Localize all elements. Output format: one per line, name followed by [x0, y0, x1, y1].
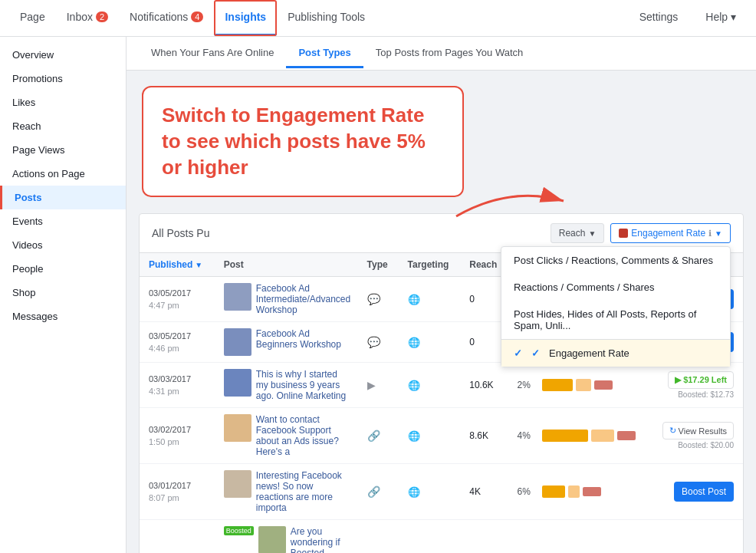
nav-help[interactable]: Help ▾ [695, 11, 747, 25]
cell-type: 🔗 [358, 408, 399, 464]
cell-engagement-bar: 4% [508, 408, 650, 464]
type-icon: 💬 [367, 293, 380, 305]
reach-value: 0 [469, 337, 475, 347]
content-area: Switch to Engagement Rate to see which p… [127, 71, 756, 553]
view-results-container: ↻ View Results Boosted: $20.00 [659, 422, 734, 449]
type-icon: ▶ [367, 379, 376, 391]
pct-value: 4% [518, 430, 539, 441]
cell-post: Want to contact Facebook Support about a… [215, 408, 358, 464]
cell-targeting: 🌐 [399, 363, 461, 408]
post-time: 8:07 pm [149, 493, 179, 502]
sidebar-item-reach[interactable]: Reach [0, 114, 126, 138]
col-published[interactable]: Published ▼ [140, 253, 215, 277]
post-time: 4:46 pm [149, 344, 179, 353]
tab-top-posts[interactable]: Top Posts from Pages You Watch [363, 39, 535, 68]
type-icon: 🔗 [367, 430, 380, 442]
boost-post-button[interactable]: Boost Post [674, 482, 734, 502]
post-cell-content: This is why I started my business 9 year… [224, 369, 349, 401]
tab-fans-online[interactable]: When Your Fans Are Online [139, 39, 286, 68]
view-results-button[interactable]: ↻ View Results [662, 422, 734, 439]
nav-page[interactable]: Page [9, 0, 56, 36]
nav-inbox[interactable]: Inbox 2 [56, 0, 119, 36]
post-cell-content: Want to contact Facebook Support about a… [224, 414, 349, 457]
nav-publishing-tools[interactable]: Publishing Tools [277, 0, 376, 36]
posts-section: All Posts Pu Reach ▼ Engagement Rate ℹ ▼ [139, 213, 744, 553]
post-title-link[interactable]: Facebook Ad Beginners Workshop [256, 328, 349, 350]
layout: Overview Promotions Likes Reach Page Vie… [0, 37, 756, 553]
post-title-link[interactable]: Are you wondering if Boosted Posts are w… [291, 526, 349, 553]
globe-icon: 🌐 [408, 294, 420, 305]
bar-orange [542, 486, 565, 498]
nav-settings[interactable]: Settings [629, 11, 689, 25]
cell-date: 03/03/20174:31 pm [140, 363, 215, 408]
cell-targeting: 🌐 [399, 322, 461, 363]
sidebar-item-actions-on-page[interactable]: Actions on Page [0, 162, 126, 186]
cell-action: ▶ $17.29 Left Boosted: $12.73 [649, 363, 743, 408]
cell-type: 💬 [358, 322, 399, 363]
sidebar-item-videos[interactable]: Videos [0, 233, 126, 257]
cell-date: 03/05/20174:47 pm [140, 277, 215, 322]
cell-post: This is why I started my business 9 year… [215, 363, 358, 408]
pct-value: 2% [518, 380, 539, 390]
bar-light [576, 379, 591, 391]
post-title-link[interactable]: Interesting Facebook news! So now reacti… [256, 470, 349, 513]
bar-container: 2% [518, 379, 641, 391]
cell-post: Facebook Ad Beginners Workshop [215, 322, 358, 363]
sidebar-item-people[interactable]: People [0, 257, 126, 281]
notifications-badge: 4 [191, 12, 203, 22]
nav-insights[interactable]: Insights [214, 0, 277, 36]
post-title-link[interactable]: Facebook Ad Intermediate/Advanced Worksh… [256, 283, 350, 315]
post-date: 03/05/20174:46 pm [149, 330, 205, 355]
table-row: 03/01/20178:07 pmInteresting Facebook ne… [140, 464, 743, 520]
published-sort[interactable]: Published ▼ [149, 259, 205, 270]
type-icon: 🔗 [367, 486, 380, 498]
callout-text: Switch to Engagement Rate to see which p… [162, 103, 444, 180]
post-date: 03/01/20178:07 pm [149, 479, 205, 505]
post-thumbnail [258, 526, 286, 553]
bar-light [568, 486, 580, 498]
refresh-icon: ↻ [669, 426, 676, 436]
nav-notifications[interactable]: Notifications 4 [119, 0, 214, 36]
reach-caret-icon: ▼ [588, 229, 596, 238]
sidebar-item-posts[interactable]: Posts [0, 186, 126, 209]
engagement-metric-button[interactable]: Engagement Rate ℹ ▼ [610, 223, 731, 243]
engagement-small-bar [594, 380, 613, 390]
engagement-dropdown: Post Clicks / Reactions, Comments & Shar… [501, 246, 731, 367]
cell-reach: 4K [460, 464, 508, 520]
post-cell-content: Facebook Ad Beginners Workshop [224, 328, 349, 356]
post-time: 1:50 pm [149, 437, 179, 446]
checkmark-icon: ✓ [531, 347, 540, 359]
cell-action: Boost Post [649, 520, 743, 554]
money-container: ▶ $17.29 Left Boosted: $12.73 [659, 371, 734, 399]
money-left-button[interactable]: ▶ $17.29 Left [668, 371, 734, 389]
sidebar-item-messages[interactable]: Messages [0, 304, 126, 328]
tab-post-types[interactable]: Post Types [286, 39, 363, 68]
posts-header-right: Reach ▼ Engagement Rate ℹ ▼ Post [551, 223, 731, 243]
sidebar-item-overview[interactable]: Overview [0, 43, 126, 67]
table-row: 03/01/20176:10 pmBoosted Are you wonderi… [140, 520, 743, 554]
sidebar-item-likes[interactable]: Likes [0, 91, 126, 114]
dropdown-item-hides[interactable]: Post Hides, Hides of All Posts, Reports … [501, 301, 730, 339]
post-title-link[interactable]: This is why I started my business 9 year… [256, 369, 349, 401]
posts-header-title: All Posts Pu [152, 227, 209, 239]
reach-value: 4K [469, 486, 481, 497]
post-title-link[interactable]: Want to contact Facebook Support about a… [256, 414, 349, 457]
dropdown-item-engagement-rate[interactable]: ✓ Engagement Rate [501, 340, 730, 367]
cell-date: 03/01/20178:07 pm [140, 464, 215, 520]
col-targeting: Targeting [399, 253, 461, 277]
col-type: Type [358, 253, 399, 277]
globe-icon: 🌐 [408, 380, 420, 391]
post-cell-content: Facebook Ad Intermediate/Advanced Worksh… [224, 283, 349, 315]
cell-engagement-bar: 6% [508, 464, 650, 520]
sidebar-item-shop[interactable]: Shop [0, 281, 126, 304]
posts-header: All Posts Pu Reach ▼ Engagement Rate ℹ ▼ [140, 214, 743, 253]
globe-icon: 🌐 [408, 430, 420, 442]
bar-container: 4% [518, 430, 641, 442]
info-icon: ℹ [708, 229, 712, 239]
sidebar-item-page-views[interactable]: Page Views [0, 138, 126, 162]
dropdown-item-reactions[interactable]: Reactions / Comments / Shares [501, 274, 730, 301]
post-time: 4:47 pm [149, 301, 179, 310]
dropdown-item-post-clicks[interactable]: Post Clicks / Reactions, Comments & Shar… [501, 247, 730, 274]
sidebar-item-promotions[interactable]: Promotions [0, 67, 126, 91]
sidebar-item-events[interactable]: Events [0, 209, 126, 233]
